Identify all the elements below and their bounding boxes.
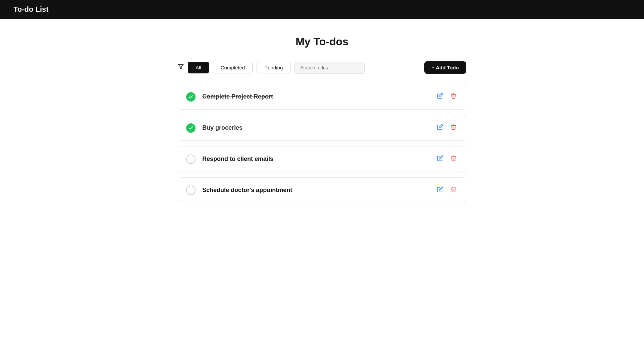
edit-todo-button[interactable] xyxy=(436,185,444,195)
add-todo-button[interactable]: + Add Todo xyxy=(424,61,466,74)
todo-check[interactable] xyxy=(186,186,196,195)
edit-todo-button[interactable] xyxy=(436,154,444,164)
delete-todo-button[interactable] xyxy=(449,154,458,164)
todo-check[interactable] xyxy=(186,155,196,164)
filter-completed-button[interactable]: Completed xyxy=(213,62,253,73)
search-input[interactable] xyxy=(294,62,365,74)
edit-todo-button[interactable] xyxy=(436,123,444,133)
todo-actions xyxy=(436,123,458,133)
filter-all-button[interactable]: All xyxy=(188,62,209,73)
delete-todo-button[interactable] xyxy=(449,123,458,133)
edit-todo-button[interactable] xyxy=(436,92,444,102)
filter-bar: All Completed Pending + Add Todo xyxy=(178,61,466,74)
todo-item: Respond to client emails xyxy=(178,146,466,172)
todo-text: Schedule doctor's appointment xyxy=(202,187,436,194)
todo-check[interactable] xyxy=(186,123,196,133)
delete-todo-button[interactable] xyxy=(449,92,458,102)
todo-text: Buy groceries xyxy=(202,124,436,131)
filter-icon xyxy=(178,64,184,71)
todo-check[interactable] xyxy=(186,92,196,102)
main-content: My To-dos All Completed Pending + Add To… xyxy=(171,19,473,220)
page-title: My To-dos xyxy=(178,36,466,48)
filter-pending-button[interactable]: Pending xyxy=(257,62,290,73)
todo-actions xyxy=(436,185,458,195)
delete-todo-button[interactable] xyxy=(449,185,458,195)
todo-actions xyxy=(436,154,458,164)
todo-item: Schedule doctor's appointment xyxy=(178,177,466,203)
app-header: To-do List xyxy=(0,0,644,19)
todo-item: Buy groceries xyxy=(178,115,466,141)
todo-list: Complete Project ReportBuy groceriesResp… xyxy=(178,84,466,203)
todo-item: Complete Project Report xyxy=(178,84,466,110)
svg-marker-0 xyxy=(178,64,183,69)
todo-text: Respond to client emails xyxy=(202,156,436,163)
todo-actions xyxy=(436,92,458,102)
app-title: To-do List xyxy=(13,5,49,14)
todo-text: Complete Project Report xyxy=(202,93,436,100)
